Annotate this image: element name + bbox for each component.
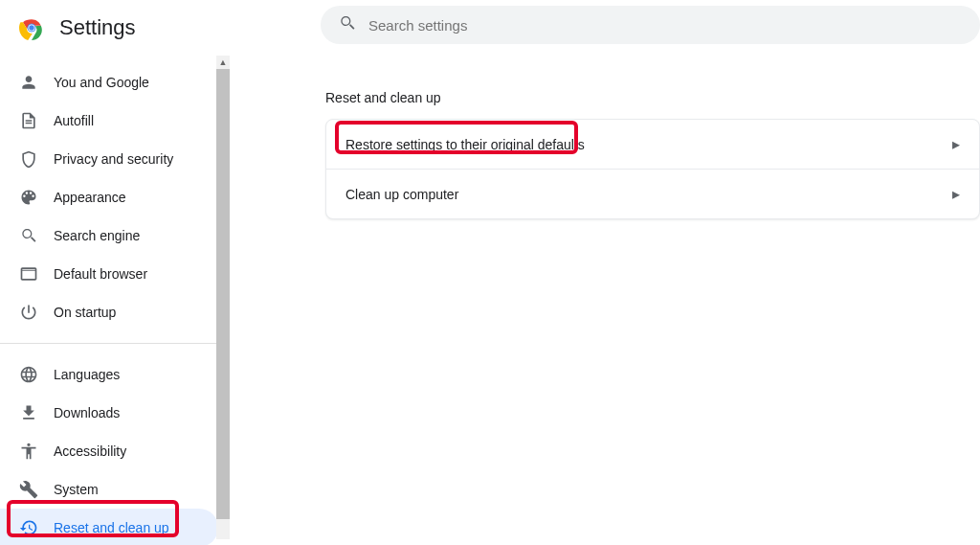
scrollbar-up-icon[interactable]: ▲ [216,56,230,69]
sidebar-item-label: Languages [54,367,120,382]
accessibility-icon [19,442,38,461]
sidebar: Settings You and Google Autofill Privacy… [0,0,230,545]
sidebar-item-search-engine[interactable]: Search engine [0,216,218,255]
sidebar-item-label: Autofill [54,113,94,128]
sidebar-item-label: System [54,482,99,497]
page-title: Settings [59,15,136,40]
sidebar-item-accessibility[interactable]: Accessibility [0,432,218,470]
sidebar-item-label: Downloads [54,405,120,420]
sidebar-item-privacy-security[interactable]: Privacy and security [0,140,218,178]
scrollbar-thumb[interactable] [216,69,230,519]
sidebar-item-label: Privacy and security [54,151,173,167]
sidebar-item-label: Default browser [54,266,147,282]
settings-card: Restore settings to their original defau… [325,119,980,219]
sidebar-item-system[interactable]: System [0,470,218,509]
sidebar-item-label: Appearance [54,190,126,205]
sidebar-item-label: You and Google [54,75,149,90]
autofill-icon [19,111,38,130]
sidebar-item-downloads[interactable]: Downloads [0,394,218,432]
shield-icon [19,149,38,169]
search-box[interactable] [321,6,980,44]
search-icon [19,226,38,245]
chrome-logo-icon [19,15,44,40]
sidebar-item-you-and-google[interactable]: You and Google [0,63,218,102]
sidebar-item-on-startup[interactable]: On startup [0,293,218,331]
sidebar-item-label: Reset and clean up [54,520,169,535]
sidebar-item-label: Accessibility [54,443,126,459]
sidebar-item-autofill[interactable]: Autofill [0,102,218,140]
sidebar-item-default-browser[interactable]: Default browser [0,255,218,293]
chevron-right-icon: ▸ [952,135,960,153]
sidebar-nav: You and Google Autofill Privacy and secu… [0,56,230,545]
row-restore-defaults[interactable]: Restore settings to their original defau… [326,120,979,170]
sidebar-item-label: Search engine [54,228,140,243]
scrollbar[interactable]: ▲ [216,56,230,539]
header: Settings [0,0,230,56]
palette-icon [19,188,38,207]
sidebar-item-reset-cleanup[interactable]: Reset and clean up [0,509,218,545]
sidebar-item-label: On startup [54,305,116,320]
wrench-icon [19,480,38,499]
section-title: Reset and clean up [325,90,980,105]
search-input[interactable] [368,17,963,34]
download-icon [19,403,38,422]
search-icon [338,13,357,36]
globe-icon [19,365,38,384]
svg-point-3 [29,25,33,30]
sidebar-item-appearance[interactable]: Appearance [0,178,218,216]
row-clean-up-computer[interactable]: Clean up computer ▸ [326,170,979,218]
restore-icon [19,518,38,537]
row-label: Clean up computer [345,187,458,202]
divider [0,343,230,344]
browser-icon [19,264,38,284]
chevron-right-icon: ▸ [952,185,960,203]
person-icon [19,73,38,92]
row-label: Restore settings to their original defau… [345,137,585,152]
main-content: Reset and clean up Restore settings to t… [230,0,980,545]
sidebar-item-languages[interactable]: Languages [0,355,218,394]
power-icon [19,303,38,322]
